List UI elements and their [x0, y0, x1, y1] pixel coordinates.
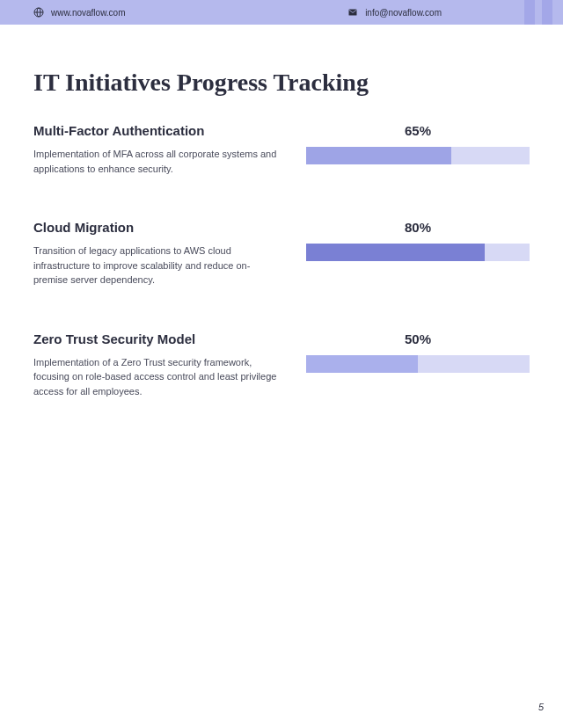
progress-bar — [306, 244, 530, 261]
content-area: Multi-Factor Authentication Implementati… — [0, 123, 563, 398]
percent-label: 65% — [306, 123, 530, 138]
initiative-info: Cloud Migration Transition of legacy app… — [33, 220, 280, 288]
progress-fill — [306, 147, 451, 164]
initiative-info: Multi-Factor Authentication Implementati… — [33, 123, 280, 176]
header-left: www.novaflow.com — [33, 7, 125, 18]
initiative-progress: 65% — [306, 123, 530, 176]
initiative-progress: 80% — [306, 220, 530, 288]
header-block — [524, 0, 535, 25]
website-text: www.novaflow.com — [51, 8, 125, 18]
initiative-title: Multi-Factor Authentication — [33, 123, 280, 138]
percent-label: 50% — [306, 331, 530, 346]
progress-bar — [306, 355, 530, 373]
svg-rect-3 — [349, 10, 357, 16]
header-decoration — [524, 0, 563, 25]
globe-icon — [33, 7, 44, 18]
initiative-description: Transition of legacy applications to AWS… — [33, 244, 280, 288]
initiative-info: Zero Trust Security Model Implementation… — [33, 331, 280, 399]
initiative-description: Implementation of a Zero Trust security … — [33, 355, 280, 399]
initiative-row: Zero Trust Security Model Implementation… — [33, 331, 530, 399]
progress-fill — [306, 355, 418, 373]
initiative-row: Multi-Factor Authentication Implementati… — [33, 123, 530, 176]
initiative-row: Cloud Migration Transition of legacy app… — [33, 220, 530, 288]
progress-bar — [306, 147, 530, 164]
header-bar: www.novaflow.com info@novaflow.com — [0, 0, 563, 25]
header-block — [542, 0, 552, 25]
header-right: info@novaflow.com — [347, 7, 442, 18]
initiative-title: Cloud Migration — [33, 220, 280, 235]
email-text: info@novaflow.com — [365, 8, 442, 18]
initiative-title: Zero Trust Security Model — [33, 331, 280, 346]
page-title: IT Initiatives Progress Tracking — [33, 69, 563, 97]
progress-fill — [306, 244, 485, 261]
initiative-progress: 50% — [306, 331, 530, 399]
page-number: 5 — [538, 702, 544, 712]
percent-label: 80% — [306, 220, 530, 235]
initiative-description: Implementation of MFA across all corpora… — [33, 147, 280, 176]
mail-icon — [347, 7, 358, 18]
